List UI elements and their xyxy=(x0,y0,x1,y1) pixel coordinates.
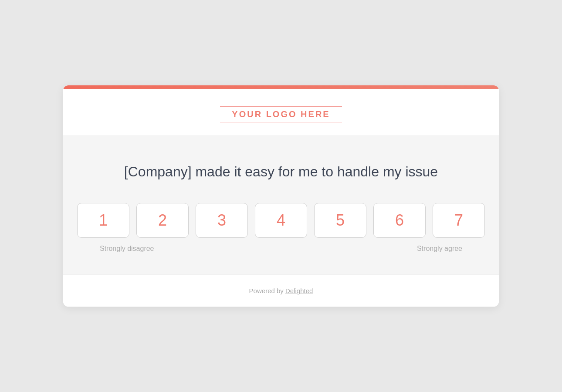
scale-button-5[interactable]: 5 xyxy=(314,203,366,238)
scale-labels: Strongly disagree Strongly agree xyxy=(98,245,464,253)
powered-by-link[interactable]: Delighted xyxy=(285,287,313,294)
logo-placeholder: YOUR LOGO HERE xyxy=(220,106,342,122)
scale-label-left: Strongly disagree xyxy=(100,245,154,253)
scale-button-2[interactable]: 2 xyxy=(136,203,189,238)
scale-button-3[interactable]: 3 xyxy=(196,203,248,238)
scale-button-7[interactable]: 7 xyxy=(433,203,485,238)
scale-label-right: Strongly agree xyxy=(417,245,462,253)
scale-button-4[interactable]: 4 xyxy=(255,203,307,238)
logo-section: YOUR LOGO HERE xyxy=(63,89,499,136)
logo-text: YOUR LOGO HERE xyxy=(232,109,330,119)
scale-container: 1 2 3 4 5 6 7 Strongly disagree Strongly… xyxy=(98,203,464,253)
card-top-bar xyxy=(63,85,499,89)
survey-card: YOUR LOGO HERE [Company] made it easy fo… xyxy=(63,85,499,307)
main-content: [Company] made it easy for me to handle … xyxy=(63,136,499,275)
powered-by: Powered by Delighted xyxy=(249,287,313,294)
footer-section: Powered by Delighted xyxy=(63,274,499,307)
scale-button-1[interactable]: 1 xyxy=(77,203,129,238)
scale-buttons: 1 2 3 4 5 6 7 xyxy=(77,203,485,238)
question-text: [Company] made it easy for me to handle … xyxy=(98,162,464,182)
scale-button-6[interactable]: 6 xyxy=(373,203,426,238)
logo-line-top xyxy=(220,106,342,107)
logo-line-bottom xyxy=(220,122,342,122)
